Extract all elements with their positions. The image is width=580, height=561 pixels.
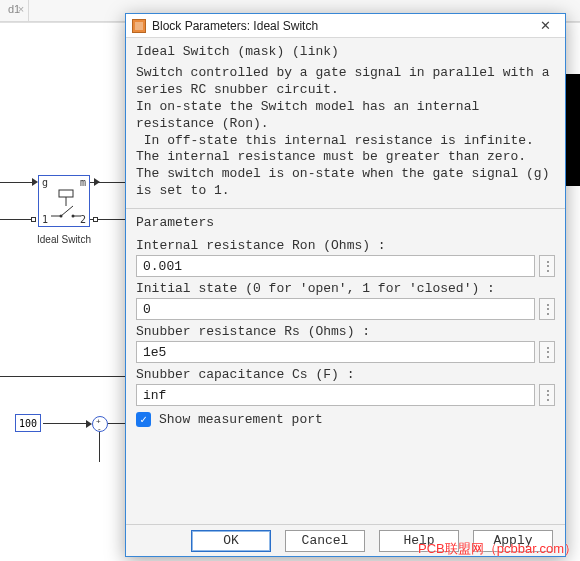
initial-state-input[interactable] [136,298,535,320]
wire [0,182,33,183]
block-constant[interactable]: 100 [15,414,41,432]
dialog-titlebar[interactable]: Block Parameters: Ideal Switch ✕ [126,14,565,38]
block-parameters-dialog: Block Parameters: Ideal Switch ✕ Ideal S… [125,13,566,557]
port-node [31,217,36,222]
cancel-button[interactable]: Cancel [285,530,365,552]
block-scope[interactable] [566,74,580,186]
show-measurement-label: Show measurement port [159,412,323,427]
block-sum[interactable]: + - [92,416,108,432]
simulink-icon [132,19,146,33]
button-label: OK [223,533,239,548]
divider [126,208,565,209]
wire [0,219,33,220]
field-actions-button[interactable]: ⋮ [539,384,555,406]
dialog-title: Block Parameters: Ideal Switch [152,19,529,33]
rs-label: Snubber resistance Rs (Ohms) : [136,324,555,339]
sum-icon: + - [92,416,108,432]
ron-label: Internal resistance Ron (Ohms) : [136,238,555,253]
rs-input[interactable] [136,341,535,363]
field-actions-button[interactable]: ⋮ [539,255,555,277]
ron-input[interactable] [136,255,535,277]
parameters-heading: Parameters [136,215,555,230]
close-button[interactable]: ✕ [529,16,561,36]
wire [43,423,89,424]
dialog-content: Ideal Switch (mask) (link) Switch contro… [126,38,565,526]
svg-rect-5 [59,190,73,197]
port-node [93,217,98,222]
wire [99,432,100,462]
svg-line-1 [61,206,73,216]
tab-close-icon[interactable]: × [18,3,24,15]
block-ideal-switch[interactable]: g m 1 2 [38,175,90,227]
check-icon: ✓ [140,413,147,426]
svg-text:-: - [98,424,101,432]
svg-point-2 [60,215,63,218]
switch-schematic-icon [39,176,91,228]
button-label: Cancel [302,533,349,548]
model-tab[interactable]: d1 × [0,0,29,22]
field-actions-button[interactable]: ⋮ [539,298,555,320]
close-icon: ✕ [540,18,551,33]
cs-input[interactable] [136,384,535,406]
show-measurement-checkbox[interactable]: ✓ [136,412,151,427]
wire-arrow-icon [94,178,100,186]
constant-value: 100 [19,418,37,429]
block-label: Ideal Switch [24,234,104,245]
wire [0,376,130,377]
field-actions-button[interactable]: ⋮ [539,341,555,363]
mask-link-line[interactable]: Ideal Switch (mask) (link) [136,44,555,59]
initial-state-label: Initial state (0 for 'open', 1 for 'clos… [136,281,555,296]
ok-button[interactable]: OK [191,530,271,552]
cs-label: Snubber capacitance Cs (F) : [136,367,555,382]
watermark: PCB联盟网（pcbbar.com） [418,540,577,558]
block-description: Switch controlled by a gate signal in pa… [136,65,555,200]
